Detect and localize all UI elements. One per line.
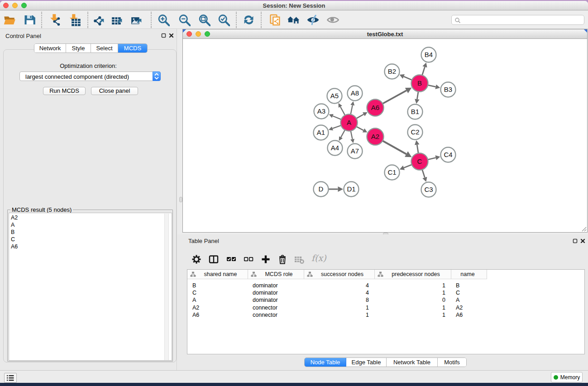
table-cell[interactable]: A <box>451 296 487 304</box>
column-header-MCDS-role[interactable]: MCDS role <box>248 270 304 279</box>
float-panel-icon[interactable] <box>161 33 166 38</box>
split-panel-icon[interactable] <box>209 254 219 264</box>
table-panel-title: Table Panel <box>188 238 219 244</box>
column-header-predecessor-nodes[interactable]: predecessor nodes <box>375 270 451 279</box>
copy-style-icon[interactable] <box>269 14 282 26</box>
tab-style[interactable]: Style <box>66 44 91 52</box>
export-image-icon[interactable] <box>131 14 143 26</box>
select-all-icon[interactable] <box>226 254 236 264</box>
table-cell[interactable]: 1 <box>304 311 375 319</box>
tab-mcds[interactable]: MCDS <box>118 44 147 52</box>
column-header-shared-name[interactable]: shared name <box>187 270 248 279</box>
control-panel-tabs: NetworkStyleSelectMCDS <box>34 43 148 53</box>
table-cell[interactable]: 4 <box>304 289 375 296</box>
toolbar-separator <box>41 12 42 28</box>
run-mcds-button[interactable]: Run MCDS <box>43 87 86 95</box>
add-column-icon[interactable] <box>261 254 271 264</box>
open-file-icon[interactable] <box>3 14 16 26</box>
import-table-icon[interactable] <box>68 14 81 26</box>
mcds-result-item[interactable]: A2 <box>9 214 172 221</box>
network-window-titlebar[interactable]: testGlobe.txt <box>183 29 587 39</box>
export-table-icon[interactable] <box>111 14 124 26</box>
search-box[interactable] <box>451 15 584 25</box>
panel-selector-button[interactable] <box>4 373 17 383</box>
criterion-dropdown[interactable]: largest connected component (directed) <box>19 71 161 81</box>
gear-icon[interactable] <box>191 254 201 264</box>
network-graph[interactable]: B4B2BB3A5A8A6B1A3AA1C2A2A4A7C4CC1C3DD1 <box>183 39 587 232</box>
mcds-result-item[interactable]: A <box>9 221 172 229</box>
column-type-icon <box>378 272 383 277</box>
frame-corner-decoration <box>183 29 186 33</box>
deselect-all-icon[interactable] <box>244 254 253 264</box>
table-row[interactable]: Adominator80A <box>187 296 487 304</box>
close-panel-icon[interactable] <box>580 238 585 243</box>
tab-motifs[interactable]: Motifs <box>438 358 466 367</box>
zoom-fit-icon[interactable] <box>198 14 210 26</box>
table-cell[interactable]: 4 <box>304 282 375 289</box>
graph-node-label: D <box>319 185 324 193</box>
table-cell[interactable]: A6 <box>451 311 487 319</box>
table-cell[interactable]: A <box>187 296 248 304</box>
column-header-name[interactable]: name <box>451 270 487 279</box>
zoom-out-icon[interactable] <box>178 14 191 26</box>
table-cell[interactable]: B <box>451 282 487 289</box>
table-cell[interactable]: 1 <box>375 289 451 296</box>
table-row[interactable]: A2connector11A2 <box>187 304 487 311</box>
table-cell[interactable]: 8 <box>304 296 375 304</box>
scrollbar-track[interactable] <box>164 214 169 360</box>
delete-icon[interactable] <box>277 254 287 264</box>
table-cell[interactable]: 0 <box>375 296 451 304</box>
network-canvas[interactable]: B4B2BB3A5A8A6B1A3AA1C2A2A4A7C4CC1C3DD1 <box>183 39 587 232</box>
mcds-result-item[interactable]: C <box>9 236 172 243</box>
column-header-successor-nodes[interactable]: successor nodes <box>304 270 375 279</box>
search-input[interactable] <box>463 16 580 24</box>
import-network-icon[interactable] <box>48 14 61 26</box>
tab-network-table[interactable]: Network Table <box>387 358 438 367</box>
dropdown-stepper-icon <box>153 71 161 81</box>
table-row[interactable]: Bdominator41B <box>187 282 487 289</box>
table-cell[interactable]: B <box>187 282 248 289</box>
zoom-selected-icon[interactable] <box>217 14 230 26</box>
divider-knob[interactable] <box>179 197 182 202</box>
table-cell[interactable]: 1 <box>375 311 451 319</box>
column-type-icon <box>251 272 257 277</box>
export-network-icon[interactable] <box>93 14 106 26</box>
mcds-result-item[interactable]: A6 <box>9 243 172 250</box>
tab-node-table[interactable]: Node Table <box>305 358 346 367</box>
tab-edge-table[interactable]: Edge Table <box>346 358 387 367</box>
table-cell[interactable]: dominator <box>248 289 304 296</box>
table-cell[interactable]: 1 <box>304 304 375 311</box>
tab-network[interactable]: Network <box>34 44 66 52</box>
edge-arrow <box>350 139 354 143</box>
table-cell[interactable]: C <box>451 289 487 296</box>
table-cell[interactable]: A6 <box>187 311 248 319</box>
memory-button[interactable]: Memory <box>551 372 583 382</box>
tab-select[interactable]: Select <box>91 44 118 52</box>
table-cell[interactable]: C <box>187 289 248 296</box>
main-toolbar <box>0 11 588 29</box>
close-panel-button[interactable]: Close panel <box>91 87 138 95</box>
first-neighbors-icon[interactable] <box>287 14 300 26</box>
table-row[interactable]: Cdominator41C <box>187 289 487 296</box>
close-panel-icon[interactable] <box>169 33 174 38</box>
resize-grip-icon[interactable] <box>581 226 587 232</box>
node-table[interactable]: shared nameMCDS rolesuccessor nodesprede… <box>187 269 585 354</box>
hide-selected-icon[interactable] <box>306 14 319 26</box>
table-cell[interactable]: connector <box>248 311 304 319</box>
save-session-icon[interactable] <box>23 14 36 26</box>
mcds-result-list[interactable]: A2ABCA6 <box>9 213 172 361</box>
app-window: Session: New Session Control Panel Netwo… <box>0 1 588 383</box>
refresh-icon[interactable] <box>242 14 255 26</box>
table-cell[interactable]: connector <box>248 304 304 311</box>
zoom-in-icon[interactable] <box>157 14 170 26</box>
table-cell[interactable]: A2 <box>451 304 487 311</box>
table-cell[interactable]: A2 <box>187 304 248 311</box>
table-cell[interactable]: 1 <box>375 282 451 289</box>
table-cell[interactable]: dominator <box>248 282 304 289</box>
table-cell[interactable]: dominator <box>248 296 304 304</box>
float-panel-icon[interactable] <box>573 238 578 243</box>
show-all-icon <box>326 14 339 26</box>
mcds-result-item[interactable]: B <box>9 229 172 236</box>
table-cell[interactable]: 1 <box>375 304 451 311</box>
table-row[interactable]: A6connector11A6 <box>187 311 487 319</box>
